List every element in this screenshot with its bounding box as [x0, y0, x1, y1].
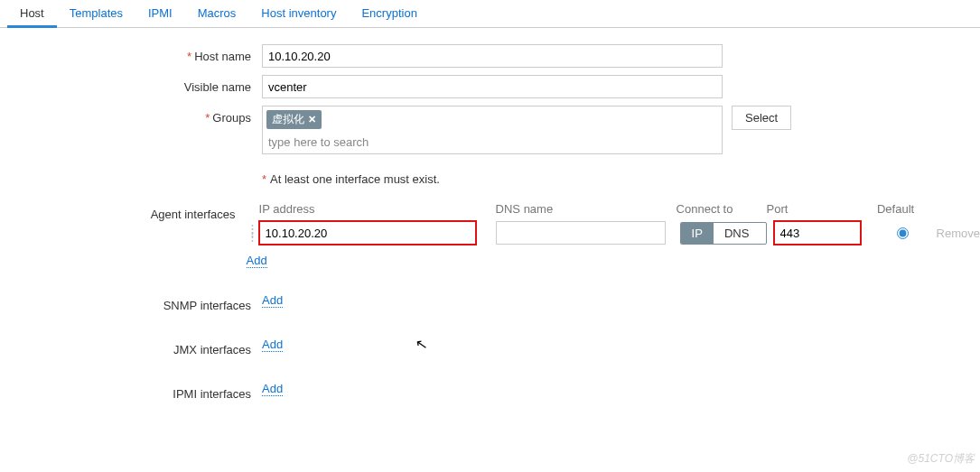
tab-encryption[interactable]: Encryption	[349, 0, 429, 28]
interface-hint: *At least one interface must exist.	[262, 172, 980, 186]
agent-dns-input[interactable]	[496, 221, 666, 245]
agent-port-input[interactable]	[774, 221, 861, 245]
label-visible-name: Visible name	[0, 75, 262, 94]
agent-add-link[interactable]: Add	[247, 254, 267, 268]
col-ip: IP address	[259, 202, 496, 216]
required-marker: *	[262, 172, 266, 186]
label-host-name: *Host name	[0, 44, 262, 63]
col-dns: DNS name	[496, 202, 677, 216]
default-interface-radio[interactable]	[897, 227, 909, 239]
label-ipmi-interfaces: IPMI interfaces	[0, 382, 262, 401]
tab-bar: Host Templates IPMI Macros Host inventor…	[0, 0, 980, 28]
label-jmx-interfaces: JMX interfaces	[0, 338, 262, 356]
form: *Host name Visible name *Groups 虚拟化 ✕	[0, 28, 980, 401]
group-chip-label: 虚拟化	[272, 112, 304, 127]
tab-macros[interactable]: Macros	[185, 0, 249, 28]
groups-search-input[interactable]	[266, 134, 718, 150]
tab-host-inventory[interactable]: Host inventory	[248, 0, 349, 28]
required-marker: *	[187, 50, 191, 63]
agent-ip-input[interactable]	[259, 221, 476, 245]
label-snmp-interfaces: SNMP interfaces	[0, 293, 262, 312]
visible-name-input[interactable]	[262, 75, 723, 98]
tab-host[interactable]: Host	[7, 0, 57, 28]
ipmi-add-link[interactable]: Add	[262, 382, 283, 396]
agent-interface-row: ⋮⋮⋮⋮⋮⋮ IP DNS	[247, 221, 980, 245]
label-groups: *Groups	[0, 106, 262, 125]
col-connect: Connect to	[677, 202, 767, 216]
col-port: Port	[767, 202, 864, 216]
snmp-add-link[interactable]: Add	[262, 293, 283, 308]
label-agent-interfaces: Agent interfaces	[0, 202, 247, 221]
required-marker: *	[205, 111, 210, 125]
col-default: Default	[864, 202, 928, 216]
close-icon[interactable]: ✕	[308, 114, 316, 125]
jmx-add-link[interactable]: Add	[262, 338, 283, 352]
groups-select-button[interactable]: Select	[732, 106, 791, 130]
remove-interface-link: Remove	[937, 227, 980, 240]
drag-handle-icon[interactable]: ⋮⋮⋮⋮⋮⋮	[247, 227, 256, 238]
interface-header: IP address DNS name Connect to Port Defa…	[247, 202, 980, 216]
tab-ipmi[interactable]: IPMI	[135, 0, 185, 28]
connect-to-ip[interactable]: IP	[681, 223, 714, 244]
host-name-input[interactable]	[262, 44, 723, 68]
connect-to-dns[interactable]: DNS	[714, 223, 760, 244]
connect-to-toggle: IP DNS	[680, 222, 767, 245]
group-chip[interactable]: 虚拟化 ✕	[266, 110, 322, 129]
groups-multiselect[interactable]: 虚拟化 ✕	[262, 106, 723, 154]
tab-templates[interactable]: Templates	[57, 0, 135, 28]
